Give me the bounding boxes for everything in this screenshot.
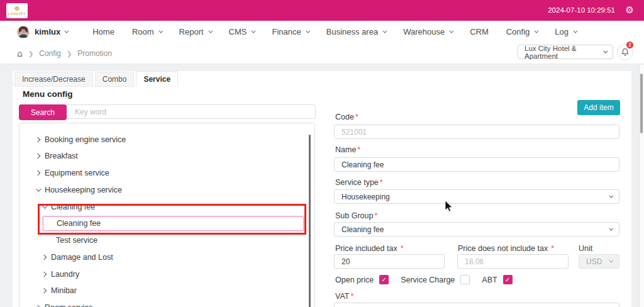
nav-item-label: Config [506,27,530,36]
tree-item-label: Booking engine service [45,135,126,144]
gear-icon[interactable]: ⚙ [626,0,634,21]
nav-item-home[interactable]: Home [92,27,114,36]
nav-item-business-area[interactable]: Business area [326,27,386,36]
nav-item-cms[interactable]: CMS [229,27,255,36]
chevron-down-icon[interactable] [40,205,48,209]
checkbox-open-price[interactable]: ✓ [379,275,389,284]
chevron-down-icon[interactable] [33,188,42,192]
chevron-glyph [35,154,40,159]
chevron-down-icon [609,194,613,198]
unit-label: Unit [579,244,592,253]
avatar-image [17,26,30,38]
logo-text: LUXCITY [8,12,26,16]
breadcrumb-item-promotion[interactable]: Promotion [77,49,112,58]
price-included-tax-label-text: Price included tax [335,244,397,253]
chevron-down-icon [573,29,577,33]
nav-item-warehouse[interactable]: Warehouse [403,27,452,36]
nav-item-label: Business area [326,27,378,36]
chevron-right-icon[interactable] [40,289,48,293]
nav-item-config[interactable]: Config [506,27,538,36]
tree-item-housekeeping-service[interactable]: Housekeeping service [19,181,314,198]
checkbox-abt[interactable]: ✓ [503,275,513,284]
search-input[interactable]: Key word [67,105,315,118]
name-input[interactable]: Cleaning fee [334,157,619,172]
nav-item-room[interactable]: Room [132,27,162,36]
tree-item-laundry[interactable]: Laundry [19,265,314,282]
chevron-glyph [36,186,41,191]
chevron-right-icon[interactable] [33,138,42,142]
avatar[interactable] [17,26,30,38]
tree-item-equipment-service[interactable]: Equipment service [19,165,314,182]
sub-group-select[interactable]: Cleaning fee [334,222,619,237]
price-not-included-tax-label-text: Price does not include tax [458,244,548,253]
vat-select[interactable] [334,303,619,307]
tree-item-minibar[interactable]: Minibar [19,282,314,299]
nav-items: HomeRoomReportCMSFinanceBusiness areaWar… [92,27,576,36]
unit-select[interactable]: USD [579,254,619,269]
price-not-included-tax-label: Price does not include tax* [458,244,554,253]
tree-item-breakfast[interactable]: Breakfast [19,148,314,165]
checkbox-group-abt: ABT✓ [482,275,512,284]
content-card: Increase/DecreaseComboService Menu confi… [13,71,631,307]
tab-increase-decrease[interactable]: Increase/Decrease [14,72,93,87]
sub-group-label-text: Sub Group [335,211,373,220]
luxcity-logo[interactable]: ❁ LUXCITY [6,3,28,18]
checkbox-service-charge[interactable] [460,275,470,284]
bell-icon [621,48,630,57]
vat-label: VAT* [335,292,353,301]
tree-item-label: Room service [45,303,92,307]
search-button[interactable]: Search [19,104,67,120]
name-label-text: Name [335,145,356,154]
tree-item-cleaning-fee-selected[interactable]: Cleaning fee [19,215,314,232]
code-label: Code* [335,113,358,121]
price-not-included-tax-input[interactable]: 18.06 [457,254,569,269]
window-scrollbar-thumb[interactable] [640,74,643,133]
nav-item-report[interactable]: Report [179,27,211,36]
nav-item-label: CRM [470,27,489,36]
tree-item-room-service[interactable]: Room service [19,299,314,307]
nav-item-log[interactable]: Log [555,27,576,36]
sub-group-value: Cleaning fee [341,225,384,234]
chevron-down-icon [158,29,163,33]
page-title: Menu config [23,89,73,99]
chevron-right-icon[interactable] [33,171,42,175]
required-mark: * [551,244,554,253]
user-menu[interactable]: kimlux [35,27,67,36]
tab-service[interactable]: Service [136,71,178,87]
tree-selected-item-box[interactable]: Cleaning fee [43,216,304,231]
hotel-selector[interactable]: Lux City Hotel & Apartment [518,45,613,59]
home-icon[interactable]: ⌂ [17,49,23,58]
nav-item-label: Room [132,27,154,36]
tree-item-label: Damage and Lost [51,253,113,262]
unit-value: USD [586,257,602,266]
main-navbar: kimlux HomeRoomReportCMSFinanceBusiness … [0,21,644,43]
code-input[interactable]: 521001 [334,125,619,139]
nav-item-finance[interactable]: Finance [272,27,308,36]
breadcrumb-separator: ❯ [28,50,33,57]
tree-item-test-service[interactable]: Test service [19,232,314,249]
nav-item-crm[interactable]: CRM [470,27,489,36]
chevron-right-icon[interactable] [40,255,48,259]
user-name: kimlux [35,27,60,36]
service-type-select[interactable]: Housekeeping [334,189,619,204]
chevron-right-icon[interactable] [33,154,42,158]
chevron-right-icon[interactable] [40,272,48,276]
nav-item-label: Warehouse [403,27,445,36]
price-included-tax-input[interactable]: 20 [334,254,445,269]
code-label-text: Code [335,113,354,121]
breadcrumb-item-config[interactable]: Config [39,49,61,58]
price-included-tax-label: Price included tax* [335,244,404,253]
checkbox-label: Service Charge [401,276,455,284]
chevron-down-icon [450,29,454,33]
tree-item-damage-and-lost[interactable]: Damage and Lost [19,248,314,265]
tree-item-cleaning-fee[interactable]: Cleaning fee [19,198,314,215]
notification-count-badge: 2 [626,41,634,49]
service-type-label-text: Service type [335,178,379,187]
tree-item-booking-engine-service[interactable]: Booking engine service [19,131,314,148]
tree-item-label: Cleaning fee [57,219,101,228]
checkbox-label: Open price [335,276,374,284]
tab-combo[interactable]: Combo [95,72,135,87]
breadcrumb-separator: ❯ [67,50,72,57]
nav-item-label: Home [92,27,114,36]
add-item-button[interactable]: Add item [577,100,620,115]
